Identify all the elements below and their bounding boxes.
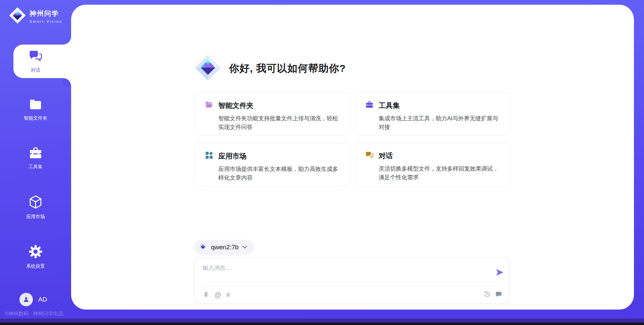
copyright-footer: ©神州数码 · 神州问学出品 — [5, 311, 63, 317]
sidebar-item-settings[interactable]: 系统设置 — [0, 244, 71, 269]
briefcase-icon — [29, 147, 43, 161]
brand-logo-diamond-icon — [9, 7, 26, 25]
card-description: 应用市场提供丰富长文本模板，助力高效生成多样化文章内容 — [218, 165, 341, 182]
gear-icon — [28, 244, 43, 260]
chat-bubble-icon[interactable] — [495, 291, 502, 298]
card-description: 集成市场上主流工具，助力AI与外界无缝扩展与对接 — [379, 114, 501, 132]
cube-icon — [28, 195, 43, 211]
brand-subtitle: Smart Vision — [30, 19, 62, 23]
sidebar-item-label: 对话 — [31, 67, 40, 73]
history-icon[interactable] — [484, 291, 491, 298]
card-chat[interactable]: 对话 灵活切换多模型文件，支持多样回复效果调试，满足个性化需求 — [355, 143, 511, 186]
chat-bubbles-icon — [365, 151, 374, 160]
greeting: 你好, 我可以如何帮助你? — [194, 54, 346, 83]
avatar[interactable] — [19, 293, 33, 306]
card-title: 对话 — [379, 151, 393, 160]
message-composer: @ # — [194, 258, 510, 304]
send-icon[interactable] — [495, 268, 504, 277]
sidebar-item-label: 应用市场 — [26, 214, 45, 220]
sidebar-item-label: 系统设置 — [26, 263, 45, 269]
user-account[interactable]: AD — [19, 293, 47, 306]
bottom-strip — [0, 319, 644, 323]
sidebar-item-label: 工具集 — [29, 164, 43, 170]
model-selector[interactable]: qwen2:7b — [194, 240, 254, 255]
card-toolset[interactable]: 工具集 集成市场上主流工具，助力AI与外界无缝扩展与对接 — [355, 92, 511, 136]
model-name: qwen2:7b — [211, 244, 238, 251]
mention-at-icon[interactable]: @ — [214, 291, 221, 299]
nav-active-curve-bottom — [63, 78, 71, 86]
main-panel: 你好, 我可以如何帮助你? 智能文件夹 智能文件夹功能支持批量文件上传与清洗，轻… — [71, 5, 634, 310]
card-title: 应用市场 — [218, 151, 247, 161]
sidebar-item-smart-folder[interactable]: 智能文件夹 — [0, 98, 71, 121]
bottom-edge — [0, 323, 644, 325]
sidebar-item-label: 智能文件夹 — [24, 115, 47, 121]
card-title: 工具集 — [379, 101, 400, 110]
nav-active-curve-top — [63, 37, 71, 45]
card-description: 智能文件夹功能支持批量文件上传与清洗，轻松实现文件问答 — [218, 114, 341, 132]
sidebar-item-app-market[interactable]: 应用市场 — [0, 195, 71, 220]
brand: 神州问学 Smart Vision — [9, 7, 62, 25]
chat-bubbles-icon — [29, 50, 43, 64]
briefcase-icon — [365, 101, 374, 110]
folder-icon — [29, 98, 43, 112]
feature-cards: 智能文件夹 智能文件夹功能支持批量文件上传与清洗，轻松实现文件问答 — [194, 92, 511, 186]
model-logo-diamond-icon — [199, 242, 207, 252]
chevron-down-icon — [242, 244, 247, 250]
card-app-market[interactable]: 应用市场 应用市场提供丰富长文本模板，助力高效生成多样化文章内容 — [194, 143, 351, 186]
sidebar-item-toolset[interactable]: 工具集 — [0, 147, 71, 170]
sidebar-item-chat[interactable]: 对话 — [0, 50, 71, 73]
folder-open-icon — [205, 101, 213, 110]
user-initials: AD — [38, 296, 47, 303]
greeting-title: 你好, 我可以如何帮助你? — [229, 62, 346, 75]
attachment-paperclip-icon[interactable] — [203, 291, 209, 299]
message-input[interactable] — [203, 264, 484, 283]
assistant-logo-diamond-icon — [194, 54, 222, 83]
hashtag-icon[interactable]: # — [226, 291, 230, 299]
card-smart-folder[interactable]: 智能文件夹 智能文件夹功能支持批量文件上传与清洗，轻松实现文件问答 — [194, 92, 351, 136]
card-description: 灵活切换多模型文件，支持多样回复效果调试，满足个性化需求 — [379, 165, 501, 182]
composer-divider — [203, 286, 501, 286]
app-grid-icon — [205, 151, 213, 161]
card-title: 智能文件夹 — [218, 101, 254, 110]
brand-name: 神州问学 — [30, 9, 62, 18]
